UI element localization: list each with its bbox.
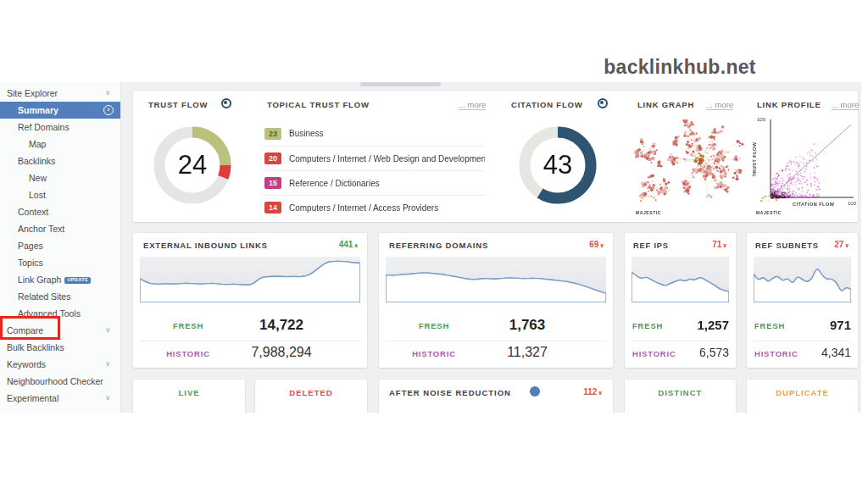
topic-label: Computers / Internet / Access Providers: [289, 203, 438, 213]
majestic-logo-text: MAJESTIC: [756, 210, 782, 215]
sidebar-item-label: Neighbourhood Checker: [7, 376, 103, 386]
topic-label: Business: [289, 129, 324, 138]
sidebar-item-new[interactable]: New: [0, 169, 120, 186]
trend-badge[interactable]: 441∧: [339, 240, 359, 249]
sidebar-item-map[interactable]: Map: [0, 136, 120, 152]
sidebar-item-label: Summary: [18, 105, 58, 115]
after-noise-reduction-card: AFTER NOISE REDUCTION 112∨: [379, 380, 613, 413]
sidebar-item-label: Lost: [29, 190, 46, 200]
chevron-down-icon: ∨: [105, 390, 110, 407]
topical-trust-flow-row[interactable]: 23Business: [262, 121, 485, 146]
citation-flow-compare-icon[interactable]: [598, 98, 608, 108]
page: backlinkhub.net Site Explorer∨Summary›Re…: [0, 0, 868, 488]
sidebar-item-anchor-text[interactable]: Anchor Text: [0, 220, 120, 237]
trend-up-icon: ∧: [353, 242, 359, 248]
site-watermark: backlinkhub.net: [553, 56, 807, 79]
fresh-row: FRESH 1,257: [625, 316, 736, 336]
topical-trust-flow-row[interactable]: 15Reference / Dictionaries: [262, 170, 485, 195]
trend-badge[interactable]: 69∨: [589, 240, 604, 249]
distinct-card: DISTINCT: [625, 380, 736, 413]
sidebar-item-summary[interactable]: Summary›: [0, 102, 120, 119]
horizontal-scrollbar-thumb[interactable]: [360, 82, 441, 86]
external-inbound-links-sparkline: [140, 257, 360, 302]
sidebar-item-bulk-backlinks[interactable]: Bulk Backlinks: [0, 339, 120, 356]
sidebar-item-keywords[interactable]: Keywords∨: [0, 356, 120, 373]
topical-more-link[interactable]: ... more: [459, 100, 486, 110]
sidebar-item-label: Context: [18, 207, 48, 217]
card-title: REFERRING DOMAINS: [389, 241, 488, 250]
sidebar-item-lost[interactable]: Lost: [0, 186, 120, 203]
sidebar-item-label: Ref Domains: [18, 122, 70, 132]
historic-row: HISTORIC 11,327: [379, 344, 613, 364]
trend-badge[interactable]: 71∨: [712, 240, 727, 249]
trend-down-icon: ∨: [598, 390, 603, 396]
external-inbound-links-card: EXTERNAL INBOUND LINKS 441∧ FRESH 14,722…: [133, 233, 367, 368]
link-graph-more-link[interactable]: ... more: [706, 100, 733, 110]
citation-flow-value: 43: [515, 123, 600, 208]
majestic-logo: MAJESTIC: [632, 196, 665, 218]
link-profile-x-max: 100: [848, 201, 856, 206]
topic-label: Reference / Dictionaries: [289, 179, 380, 188]
live-card: LIVE: [133, 380, 245, 413]
card-title: REF SUBNETS: [755, 241, 819, 250]
help-icon[interactable]: [530, 386, 540, 396]
divider: [754, 341, 851, 341]
card-title: REF IPS: [633, 241, 669, 250]
trend-down-icon: ∨: [844, 242, 849, 248]
trend-badge[interactable]: 27∨: [834, 240, 849, 249]
sidebar-item-context[interactable]: Context: [0, 203, 120, 220]
topic-score-badge: 14: [264, 202, 281, 214]
trend-down-icon: ∨: [722, 242, 727, 248]
topical-trust-flow-row[interactable]: 20Computers / Internet / Web Design and …: [262, 146, 485, 170]
ref-ips-card: REF IPS 71∨ FRESH 1,257 HISTORIC 6,573: [625, 233, 736, 368]
sidebar-item-label: Map: [29, 139, 46, 149]
sidebar-item-label: Link Graph: [18, 274, 61, 285]
link-profile-x-label: CITATION FLOW: [793, 202, 834, 207]
sidebar-item-ref-domains[interactable]: Ref Domains: [0, 119, 120, 136]
sidebar-item-experimental[interactable]: Experimental∨: [0, 390, 120, 407]
topic-score-badge: 20: [264, 152, 281, 164]
historic-value: 6,573: [699, 346, 729, 359]
sidebar-item-label: Experimental: [7, 393, 58, 403]
sidebar-item-site-explorer[interactable]: Site Explorer∨: [0, 85, 120, 102]
chevron-down-icon: ∨: [105, 322, 110, 339]
trust-flow-value: 24: [150, 123, 235, 208]
sidebar-item-pages[interactable]: Pages: [0, 237, 120, 254]
after-noise-reduction-label: AFTER NOISE REDUCTION: [389, 388, 511, 397]
topical-trust-flow-row[interactable]: 14Computers / Internet / Access Provider…: [262, 195, 485, 219]
sidebar-item-link-graph[interactable]: Link GraphUPDATE: [0, 271, 120, 288]
majestic-arc-icon: [760, 196, 778, 202]
fresh-value: 971: [830, 318, 851, 332]
duplicate-card: DUPLICATE: [747, 380, 858, 413]
trust-flow-compare-icon[interactable]: [221, 98, 231, 108]
historic-label: HISTORIC: [396, 349, 472, 358]
referring-domains-sparkline: [386, 257, 606, 302]
sidebar-item-label: Anchor Text: [18, 224, 64, 234]
link-profile-more-link[interactable]: ... more: [832, 100, 859, 110]
fresh-value: 14,722: [222, 317, 341, 334]
trend-badge[interactable]: 112∨: [583, 387, 603, 396]
chevron-down-icon: ∨: [105, 356, 110, 373]
sidebar-item-related-sites[interactable]: Related Sites: [0, 288, 120, 305]
divider: [140, 341, 360, 341]
update-badge: UPDATE: [64, 277, 91, 285]
fresh-value: 1,763: [468, 317, 587, 334]
divider: [632, 341, 729, 341]
chevron-circle-icon[interactable]: ›: [103, 105, 114, 115]
sidebar-item-label: Compare: [7, 325, 43, 336]
sidebar-item-label: Bulk Backlinks: [7, 342, 64, 352]
sidebar-item-label: Keywords: [7, 359, 46, 369]
sidebar-item-topics[interactable]: Topics: [0, 254, 120, 271]
sidebar-item-neighbourhood-checker[interactable]: Neighbourhood Checker: [0, 373, 120, 390]
trust-flow-title: TRUST FLOW: [148, 100, 208, 109]
link-profile-y-max: 100: [757, 117, 765, 122]
sidebar-item-compare[interactable]: Compare∨: [0, 322, 120, 339]
historic-value: 7,988,294: [222, 345, 341, 360]
link-graph-title: LINK GRAPH: [637, 100, 694, 109]
card-title: EXTERNAL INBOUND LINKS: [143, 241, 268, 250]
sidebar-item-backlinks[interactable]: Backlinks: [0, 152, 120, 169]
sidebar-item-advanced-tools[interactable]: Advanced Tools: [0, 305, 120, 322]
fresh-label: FRESH: [754, 321, 785, 330]
ref-subnets-sparkline: [754, 257, 851, 302]
link-profile-title: LINK PROFILE: [757, 100, 821, 109]
